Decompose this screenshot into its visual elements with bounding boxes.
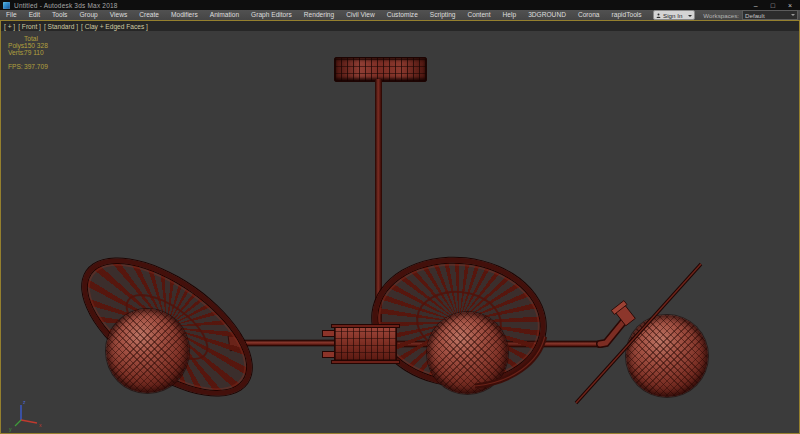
menu-item-edit[interactable]: Edit <box>23 10 46 20</box>
lamp-model-front-layer: z x y <box>1 21 799 433</box>
menu-item-animation[interactable]: Animation <box>204 10 245 20</box>
menu-item-file[interactable]: File <box>0 10 23 20</box>
menu-item-views[interactable]: Views <box>104 10 133 20</box>
viewport-label-bar: [ + ] [ Front ] [ Standard ] [ Clay + Ed… <box>1 21 799 31</box>
window-controls: – □ × <box>754 1 800 10</box>
menu-bar: File Edit Tools Group Views Create Modif… <box>0 10 800 20</box>
close-button[interactable]: × <box>788 1 792 10</box>
chevron-down-icon[interactable] <box>688 15 692 19</box>
3ds-max-window: { "window": { "title": "Untitled - Autod… <box>0 0 800 434</box>
axis-z-label: z <box>23 399 26 405</box>
sign-in-label: Sign In <box>663 12 682 19</box>
stats-polys-row: Polys: 150 328 <box>8 42 48 49</box>
menu-item-group[interactable]: Group <box>73 10 103 20</box>
minimize-button[interactable]: – <box>754 1 758 10</box>
menu-item-tools[interactable]: Tools <box>46 10 73 20</box>
menu-item-scripting[interactable]: Scripting <box>424 10 462 20</box>
workspaces-group: Workspaces: Default <box>703 10 798 20</box>
menu-item-modifiers[interactable]: Modifiers <box>165 10 204 20</box>
workspaces-label: Workspaces: <box>703 12 739 19</box>
menu-item-graph-editors[interactable]: Graph Editors <box>245 10 298 20</box>
person-icon <box>656 13 661 18</box>
workspaces-value: Default <box>745 12 765 19</box>
stats-polys-value: 150 328 <box>24 42 48 49</box>
stats-verts-value: 79 110 <box>24 49 44 56</box>
axis-x-label: x <box>39 422 42 428</box>
sign-in-button[interactable]: Sign In <box>653 10 695 20</box>
front-viewport[interactable]: z x y [ + ] [ Front ] [ Standard ] [ Cla… <box>0 20 800 434</box>
viewport-renderer-menu[interactable]: [ Standard ] <box>44 23 78 30</box>
stats-header-row: Total <box>8 35 48 42</box>
axis-tripod-gizmo: z x y <box>9 399 42 432</box>
stats-verts-row: Verts: 79 110 <box>8 49 48 56</box>
stats-total-header: Total <box>24 35 38 42</box>
stats-verts-label: Verts: <box>8 49 24 56</box>
maximize-button[interactable]: □ <box>771 1 775 10</box>
title-bar: Untitled - Autodesk 3ds Max 2018 – □ × <box>0 0 800 10</box>
chevron-down-icon <box>791 14 795 18</box>
3ds-max-app-icon <box>3 2 10 9</box>
viewport-view-menu[interactable]: [ Front ] <box>18 23 41 30</box>
stats-polys-label: Polys: <box>8 42 24 49</box>
axis-y-label: y <box>9 426 12 432</box>
menu-item-rendering[interactable]: Rendering <box>298 10 340 20</box>
menu-item-create[interactable]: Create <box>133 10 165 20</box>
viewport-overflow-menu[interactable]: [ + ] <box>4 23 15 30</box>
viewport-statistics: Total Polys: 150 328 Verts: 79 110 FPS: … <box>8 35 48 70</box>
menu-item-civil-view[interactable]: Civil View <box>340 10 380 20</box>
menu-item-corona[interactable]: Corona <box>572 10 606 20</box>
menu-item-content[interactable]: Content <box>462 10 497 20</box>
menu-item-customize[interactable]: Customize <box>381 10 424 20</box>
viewport-shading-menu[interactable]: [ Clay + Edged Faces ] <box>81 23 148 30</box>
center-disc-front-rim <box>475 337 545 386</box>
right-elbow-arm <box>600 301 637 344</box>
menu-item-help[interactable]: Help <box>497 10 523 20</box>
menu-item-3dground[interactable]: 3DGROUND <box>522 10 572 20</box>
stats-fps-value: 397.709 <box>24 63 48 70</box>
right-edge-on-disc-rod <box>576 264 701 403</box>
menu-item-rapidtools[interactable]: rapidTools <box>606 10 648 20</box>
workspaces-dropdown[interactable]: Default <box>742 10 798 20</box>
window-title: Untitled - Autodesk 3ds Max 2018 <box>14 2 118 9</box>
stats-fps-label: FPS: <box>8 63 24 70</box>
stats-fps-row: FPS: 397.709 <box>8 63 48 70</box>
